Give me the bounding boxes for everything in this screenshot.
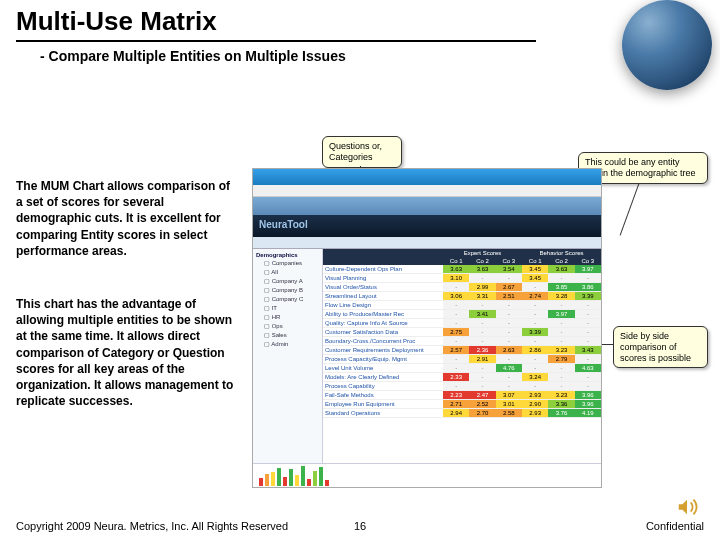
score-cell: - bbox=[496, 319, 522, 328]
score-cell: - bbox=[522, 337, 548, 346]
tree-item: ▢ HR bbox=[256, 312, 319, 321]
score-cell: - bbox=[469, 301, 495, 310]
score-cell: 3.86 bbox=[575, 283, 601, 292]
score-cell: - bbox=[443, 364, 469, 373]
score-cell: 3.39 bbox=[522, 328, 548, 337]
table-row: Culture-Dependent Ops Plan3.633.633.543.… bbox=[323, 265, 601, 274]
score-cell: 3.01 bbox=[496, 400, 522, 409]
score-cell: 3.43 bbox=[575, 346, 601, 355]
score-cell: 2.93 bbox=[522, 409, 548, 418]
table-row: Standard Operations2.942.702.582.933.764… bbox=[323, 409, 601, 418]
row-label: Boundary-Cross./Concurrent Proc bbox=[323, 337, 443, 346]
score-cell: 2.36 bbox=[469, 346, 495, 355]
title-underline bbox=[16, 40, 536, 42]
score-cell: 2.63 bbox=[496, 346, 522, 355]
chart-bar bbox=[313, 471, 317, 486]
score-cell: - bbox=[548, 319, 574, 328]
score-cell: 3.97 bbox=[548, 310, 574, 319]
score-cell: 2.70 bbox=[469, 409, 495, 418]
row-label: Visual Planning bbox=[323, 274, 443, 283]
score-cell: - bbox=[496, 301, 522, 310]
score-cell: 2.90 bbox=[522, 400, 548, 409]
row-label: Fail-Safe Methods bbox=[323, 391, 443, 400]
page-number: 16 bbox=[354, 520, 366, 532]
browser-toolbar bbox=[253, 185, 601, 197]
tree-item: ▢ Company C bbox=[256, 294, 319, 303]
chart-bar bbox=[325, 480, 329, 486]
browser-tabs bbox=[253, 197, 601, 215]
score-cell: 3.96 bbox=[575, 391, 601, 400]
row-label: Quality: Capture Info At Source bbox=[323, 319, 443, 328]
chart-bar bbox=[295, 475, 299, 486]
score-cell: - bbox=[496, 328, 522, 337]
chart-bar bbox=[289, 469, 293, 486]
score-cell: 3.07 bbox=[496, 391, 522, 400]
score-cell: 3.63 bbox=[548, 265, 574, 274]
score-cell: 2.51 bbox=[496, 292, 522, 301]
score-cell: - bbox=[575, 355, 601, 364]
paragraph-1: The MUM Chart allows comparison of a set… bbox=[16, 178, 236, 259]
row-label: Level Unit Volume bbox=[323, 364, 443, 373]
row-label: Ability to Produce/Master Rec bbox=[323, 310, 443, 319]
chart-bar bbox=[271, 472, 275, 486]
score-cell: 3.45 bbox=[522, 274, 548, 283]
tree-item: ▢ All bbox=[256, 267, 319, 276]
table-row: Models: Are Clearly Defined2.33--3.24-- bbox=[323, 373, 601, 382]
copyright: Copyright 2009 Neura. Metrics, Inc. All … bbox=[16, 520, 288, 532]
grid-subheader: Co 3 bbox=[575, 257, 601, 265]
score-cell: - bbox=[548, 274, 574, 283]
table-row: Quality: Capture Info At Source------ bbox=[323, 319, 601, 328]
tree-item: ▢ Sales bbox=[256, 330, 319, 339]
score-cell: 2.99 bbox=[469, 283, 495, 292]
grid-subheader: Co 3 bbox=[496, 257, 522, 265]
score-cell: 3.28 bbox=[548, 292, 574, 301]
score-cell: 4.19 bbox=[575, 409, 601, 418]
score-cell: - bbox=[469, 319, 495, 328]
score-cell: - bbox=[522, 310, 548, 319]
score-cell: - bbox=[575, 382, 601, 391]
score-cell: 3.54 bbox=[496, 265, 522, 274]
chart-bar bbox=[307, 479, 311, 486]
table-row: Process Capability------ bbox=[323, 382, 601, 391]
row-label: Process Capability bbox=[323, 382, 443, 391]
score-cell: - bbox=[575, 373, 601, 382]
confidential-label: Confidential bbox=[646, 520, 704, 532]
score-cell: - bbox=[443, 382, 469, 391]
score-cell: 3.63 bbox=[469, 265, 495, 274]
score-cell: - bbox=[522, 301, 548, 310]
row-label: Culture-Dependent Ops Plan bbox=[323, 265, 443, 274]
grid-subheader: Co 1 bbox=[443, 257, 469, 265]
score-cell: - bbox=[443, 337, 469, 346]
score-cell: - bbox=[469, 364, 495, 373]
score-cell: - bbox=[548, 382, 574, 391]
score-cell: - bbox=[575, 310, 601, 319]
row-label: Process Capacity/Equip. Mgmt bbox=[323, 355, 443, 364]
sound-icon bbox=[676, 496, 698, 518]
score-cell: 2.75 bbox=[443, 328, 469, 337]
score-cell: 4.76 bbox=[496, 364, 522, 373]
score-cell: - bbox=[548, 328, 574, 337]
table-row: Visual Order/Status-2.992.67-3.853.86 bbox=[323, 283, 601, 292]
table-row: Customer Requirements Deployment2.572.36… bbox=[323, 346, 601, 355]
row-label: Customer Satisfaction Data bbox=[323, 328, 443, 337]
score-cell: - bbox=[522, 283, 548, 292]
score-cell: - bbox=[575, 337, 601, 346]
score-cell: - bbox=[575, 274, 601, 283]
score-cell: - bbox=[496, 337, 522, 346]
score-cell: 2.79 bbox=[548, 355, 574, 364]
table-row: Visual Planning3.10--3.45-- bbox=[323, 274, 601, 283]
demographics-tree: Demographics ▢ Companies▢ All▢ Company A… bbox=[253, 249, 323, 463]
score-cell: - bbox=[548, 364, 574, 373]
score-cell: - bbox=[443, 301, 469, 310]
grid-subheader: Co 2 bbox=[548, 257, 574, 265]
table-row: Boundary-Cross./Concurrent Proc------ bbox=[323, 337, 601, 346]
grid-header: Expert Scores bbox=[443, 249, 522, 257]
tree-item: ▢ Companies bbox=[256, 258, 319, 267]
score-cell: 2.74 bbox=[522, 292, 548, 301]
score-cell: - bbox=[496, 355, 522, 364]
score-cell: 2.52 bbox=[469, 400, 495, 409]
score-cell: 3.23 bbox=[548, 391, 574, 400]
app-screenshot: NeuraTool Demographics ▢ Companies▢ All▢… bbox=[252, 168, 602, 488]
grid-subheader bbox=[323, 257, 443, 265]
score-cell: 3.24 bbox=[522, 373, 548, 382]
